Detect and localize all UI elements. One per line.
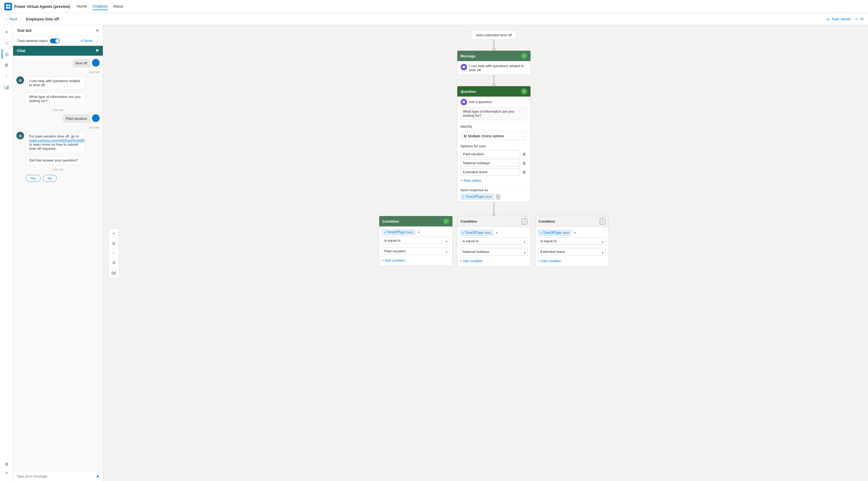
timestamp-1: Just now <box>17 71 100 74</box>
canvas-area[interactable]: + ◎ − ↺ {x} need extended time off Messa… <box>103 25 868 481</box>
sidebar-topics-icon[interactable]: ◎ <box>2 49 11 59</box>
cond-value-1[interactable]: Paid vacation National holidays Extended… <box>460 248 528 255</box>
cond-operator-2[interactable]: is equal to is not equal to <box>538 237 606 245</box>
message-node-check: ✓ <box>521 53 527 59</box>
condition-body-0: x TimeOffType (text) ✕ is equal to is no… <box>379 226 453 266</box>
cond-remove-0[interactable]: ✕ <box>417 230 420 234</box>
cond-operator-wrapper-1: is equal to is not equal to <box>460 237 528 246</box>
zoom-in-button[interactable]: + <box>109 229 119 238</box>
option-delete-0[interactable]: 🗑 <box>521 151 527 157</box>
cond-var-name-0: TimeOffType <box>387 230 405 234</box>
message-node-header: Message ✓ <box>457 51 530 61</box>
yes-button[interactable]: Yes <box>26 175 41 182</box>
timestamp-4: Just now <box>17 168 100 171</box>
chat-input[interactable] <box>17 474 94 478</box>
nav-chatbots[interactable]: Chatbots <box>93 3 108 10</box>
sidebar-publish-icon[interactable]: ↑ <box>2 71 11 81</box>
center-button[interactable]: ◎ <box>109 238 119 248</box>
conditions-row: Condition ✓ x TimeOffType (text) ✕ <box>379 216 609 266</box>
msg-user-bubble: time off <box>72 59 90 67</box>
sidebar-settings-icon[interactable]: ⚙ <box>2 459 11 469</box>
sidebar-entities-icon[interactable]: ⊞ <box>2 60 11 70</box>
condition-more-2[interactable]: ⋮ <box>600 218 605 225</box>
topic-icon: 🗂 <box>826 17 830 21</box>
option-row-0: 🗑 <box>461 150 527 158</box>
add-condition-label-0: Add condition <box>385 259 405 262</box>
no-button[interactable]: No <box>43 175 57 182</box>
cond-value-0[interactable]: Paid vacation National holidays Extended… <box>382 248 450 255</box>
connector-dot-3 <box>493 213 495 216</box>
sidebar-help-icon[interactable]: ? <box>2 469 11 479</box>
sidebar-analytics-icon[interactable]: 📊 <box>2 82 11 92</box>
svg-rect-1 <box>8 4 10 6</box>
cond-var-badge-0: x TimeOffType (text) <box>382 229 416 235</box>
cond-var-icon-0: x <box>384 231 386 234</box>
add-condition-2[interactable]: + Add condition <box>538 259 561 263</box>
message-bot-type: What type of information are you looking… <box>17 92 100 105</box>
cond-remove-1[interactable]: ✕ <box>496 231 498 235</box>
nav-about[interactable]: About <box>113 3 123 10</box>
more-options-button[interactable]: ⋮ <box>95 38 99 43</box>
sidebar-home-icon[interactable]: ⌂ <box>2 38 11 48</box>
cond-operator-wrapper-0: is equal to is not equal to contains <box>382 237 450 246</box>
question-node-header: Question ✓ <box>457 86 530 97</box>
add-condition-0[interactable]: + Add condition <box>382 258 405 263</box>
sidebar-icons: ≡ ⌂ ◎ ⊞ ↑ 📊 ⚙ ? <box>0 25 13 481</box>
option-input-2[interactable] <box>461 168 520 176</box>
nav-home[interactable]: Home <box>77 3 87 10</box>
option-input-1[interactable] <box>461 159 520 167</box>
condition-body-1: x TimeOffType (text) ✕ is equal to is no… <box>457 227 530 266</box>
ask-section: 💬 Ask a question What type of informatio… <box>457 97 530 123</box>
edit-var-button[interactable]: ✎ <box>496 194 500 199</box>
test-bot-title: Test bot <box>17 28 31 33</box>
reset-button[interactable]: ↺ Reset <box>80 39 93 43</box>
condition-label-0: Condition <box>382 219 399 223</box>
message-icon: 💬 <box>461 64 467 70</box>
identify-select[interactable]: ⊞ Multiple choice options › <box>461 132 527 140</box>
close-test-bot-button[interactable]: ✕ <box>95 28 99 33</box>
cond-remove-2[interactable]: ✕ <box>574 231 576 235</box>
option-row-2: 🗑 <box>461 168 527 176</box>
question-text-box: What type of information are you looking… <box>461 107 527 120</box>
condition-check-0: ✓ <box>443 218 449 224</box>
ask-icon: 💬 <box>461 99 467 105</box>
add-condition-1[interactable]: + Add condition <box>460 259 483 263</box>
condition-node-1: Condition ⋮ x TimeOffType (text) ✕ <box>457 216 531 266</box>
yesno-row: Yes No <box>26 175 100 182</box>
variable-button[interactable]: {x} <box>109 268 119 278</box>
option-input-0[interactable] <box>461 150 520 158</box>
bot-avatar-1: 🤖 <box>17 76 24 84</box>
cond-var-name-1: TimeOffType <box>465 231 484 235</box>
undo-button[interactable]: ↺ <box>109 258 119 268</box>
track-toggle[interactable] <box>50 38 60 43</box>
zoom-out-button[interactable]: − <box>109 248 119 258</box>
cond-value-2[interactable]: Paid vacation National holidays Extended… <box>538 248 606 255</box>
condition-more-1[interactable]: ⋮ <box>522 218 527 225</box>
back-label: Back <box>9 17 18 21</box>
cond-var-type-2: (text) <box>563 231 569 234</box>
send-button[interactable]: ➤ <box>96 474 100 479</box>
cond-var-row-0: x TimeOffType (text) ✕ <box>382 229 450 235</box>
zoom-controls: + ◎ − ↺ {x} <box>108 228 119 278</box>
sidebar-menu-icon[interactable]: ≡ <box>2 27 11 37</box>
plus-icon: + <box>461 179 463 183</box>
to-button[interactable]: ↪ To <box>855 17 864 21</box>
option-delete-2[interactable]: 🗑 <box>521 169 527 175</box>
cond-var-icon-2: x <box>540 231 542 234</box>
topic-details-button[interactable]: 🗂 Topic details <box>826 17 851 21</box>
var-badge: x TimeOffType (text) <box>461 194 494 200</box>
identify-row[interactable]: Identify <box>457 123 530 131</box>
identify-value-text: Multiple choice options <box>468 134 504 138</box>
new-option-button[interactable]: + New option <box>461 177 482 184</box>
back-arrow-icon: ← <box>4 17 8 21</box>
second-bar-right: 🗂 Topic details ↪ To <box>826 17 864 21</box>
cond-operator-1[interactable]: is equal to is not equal to <box>460 237 528 245</box>
condition-body-2: x TimeOffType (text) ✕ is equal to is no… <box>535 227 609 266</box>
cond-operator-0[interactable]: is equal to is not equal to contains <box>382 237 450 244</box>
save-label: Save response as <box>461 188 527 192</box>
condition-label-1: Condition <box>461 219 477 223</box>
back-button[interactable]: ← Back <box>4 17 18 21</box>
timestamp-3: Just now <box>17 126 100 129</box>
option-delete-1[interactable]: 🗑 <box>521 160 527 166</box>
paid-time-off-link[interactable]: www.contoso.com/HR/PaidTimeOff <box>29 138 84 142</box>
